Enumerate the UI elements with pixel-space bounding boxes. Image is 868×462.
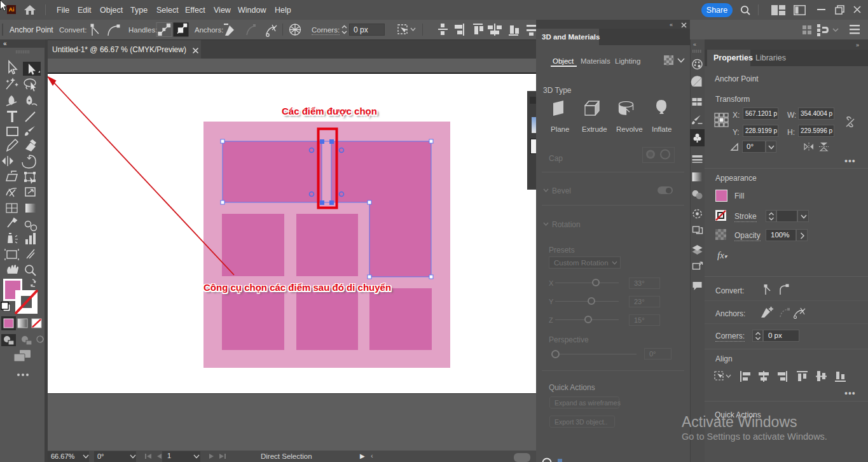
svg-text:«: « bbox=[693, 41, 696, 48]
